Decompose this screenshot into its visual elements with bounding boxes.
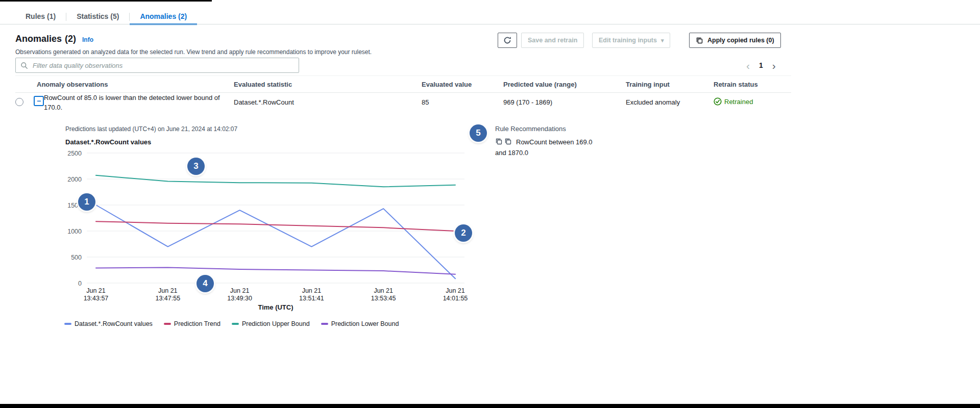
table-header-row: Anomaly observations Evaluated statistic… [15, 75, 791, 93]
annotation-badge-4: 4 [197, 275, 214, 292]
svg-text:13:43:57: 13:43:57 [84, 295, 109, 302]
save-and-retrain-label: Save and retrain [528, 37, 577, 44]
anomalies-page: Rules (1) Statistics (5) Anomalies (2) A… [0, 0, 980, 408]
top-edge-strip [0, 0, 212, 2]
column-header-anomaly-observations[interactable]: Anomaly observations [37, 81, 108, 88]
apply-copied-rules-button[interactable]: Apply copied rules (0) [689, 33, 781, 48]
svg-text:13:47:55: 13:47:55 [155, 295, 180, 302]
svg-text:Time (UTC): Time (UTC) [258, 303, 293, 311]
collapse-icon: − [37, 97, 41, 105]
svg-text:2000: 2000 [67, 176, 82, 183]
svg-text:Jun 21: Jun 21 [446, 287, 465, 294]
svg-text:Jun 21: Jun 21 [302, 287, 322, 294]
tab-rules[interactable]: Rules (1) [15, 8, 66, 25]
svg-text:13:49:30: 13:49:30 [227, 295, 252, 302]
column-header-retrain-status[interactable]: Retrain status [714, 81, 758, 88]
rule-recommendations-title: Rule Recommendations [495, 125, 603, 133]
chart-legend: Dataset.*.RowCount valuesPrediction Tren… [64, 320, 399, 327]
page-title: Anomalies [15, 34, 62, 44]
collapse-row-button[interactable]: − [34, 96, 44, 106]
svg-text:13:51:41: 13:51:41 [299, 295, 324, 302]
edit-training-inputs-label: Edit training inputs [599, 37, 657, 44]
svg-text:500: 500 [71, 254, 82, 261]
svg-text:13:53:45: 13:53:45 [371, 295, 396, 302]
tab-anomalies[interactable]: Anomalies (2) [130, 8, 197, 25]
legend-label: Prediction Trend [174, 320, 220, 327]
retrain-status-badge: Retrained [714, 97, 753, 106]
anomaly-observation-text: RowCount of 85.0 is lower than the detec… [44, 93, 224, 112]
evaluated-statistic-value: Dataset.*.RowCount [234, 98, 294, 106]
predicted-range-value: 969 (170 - 1869) [503, 98, 552, 106]
column-header-training-input[interactable]: Training input [626, 81, 670, 88]
rule-recommendation-item: RowCount between 169.0 and 1870.0 [495, 137, 603, 158]
training-input-value: Excluded anomaly [626, 98, 680, 106]
svg-text:Jun 21: Jun 21 [230, 287, 250, 294]
trend-chart: 05001000150020002500Jun 2113:43:57Jun 21… [56, 147, 470, 311]
legend-label: Dataset.*.RowCount values [75, 320, 153, 327]
column-header-evaluated-value[interactable]: Evaluated value [422, 81, 472, 88]
pagination: ‹ 1 › [746, 58, 776, 73]
tabs-divider [0, 24, 980, 24]
predictions-updated-note: Predictions last updated (UTC+4) on June… [65, 125, 237, 133]
page-number[interactable]: 1 [759, 61, 763, 69]
svg-text:14:01:55: 14:01:55 [443, 295, 468, 302]
previous-page-icon[interactable]: ‹ [746, 60, 750, 71]
annotation-badge-1: 1 [78, 193, 95, 211]
column-header-predicted-value[interactable]: Predicted value (range) [503, 81, 577, 88]
copy-icon[interactable] [495, 138, 503, 145]
filter-box [15, 58, 299, 73]
evaluated-value: 85 [422, 98, 429, 106]
legend-swatch [64, 323, 71, 325]
copy-icon [696, 37, 703, 44]
svg-text:Jun 21: Jun 21 [86, 287, 106, 294]
legend-swatch [164, 323, 171, 325]
refresh-icon [503, 36, 511, 44]
svg-text:Jun 21: Jun 21 [374, 287, 393, 294]
legend-item[interactable]: Dataset.*.RowCount values [64, 320, 153, 327]
chart-title: Dataset.*.RowCount values [65, 138, 151, 146]
edit-training-inputs-button[interactable]: Edit training inputs ▾ [592, 33, 670, 48]
legend-label: Prediction Lower Bound [331, 320, 399, 327]
legend-label: Prediction Upper Bound [242, 320, 310, 327]
tab-bar: Rules (1) Statistics (5) Anomalies (2) [15, 8, 197, 25]
legend-item[interactable]: Prediction Lower Bound [321, 320, 399, 327]
refresh-button[interactable] [498, 33, 517, 48]
annotation-badge-2: 2 [455, 224, 472, 242]
page-title-count: (2) [65, 34, 76, 44]
save-and-retrain-button[interactable]: Save and retrain [521, 33, 584, 48]
rule-copy-icons [495, 138, 513, 148]
apply-copied-rules-label: Apply copied rules (0) [707, 37, 774, 44]
annotation-badge-5: 5 [470, 124, 487, 142]
info-link[interactable]: Info [82, 36, 93, 43]
svg-text:2500: 2500 [67, 150, 82, 157]
svg-text:Jun 21: Jun 21 [158, 287, 178, 294]
row-select-radio[interactable] [15, 98, 23, 106]
annotation-badge-3: 3 [187, 158, 205, 175]
panel-header: Anomalies (2) Info [15, 34, 93, 44]
copy-icon[interactable] [504, 138, 512, 145]
legend-item[interactable]: Prediction Upper Bound [232, 320, 310, 327]
svg-text:0: 0 [78, 280, 82, 287]
search-icon [20, 62, 28, 69]
chevron-down-icon: ▾ [661, 37, 664, 44]
filter-input[interactable] [32, 61, 294, 70]
next-page-icon[interactable]: › [772, 60, 776, 71]
check-circle-icon [714, 97, 722, 106]
legend-swatch [321, 323, 328, 325]
svg-text:1000: 1000 [67, 228, 82, 235]
panel-description: Observations generated on analyzed data … [15, 48, 372, 56]
retrain-status-label: Retrained [724, 98, 753, 106]
column-header-evaluated-statistic[interactable]: Evaluated statistic [234, 81, 292, 88]
bottom-edge-bar [0, 404, 980, 408]
legend-swatch [232, 323, 239, 325]
rule-recommendations: Rule Recommendations RowCount between 16… [495, 125, 603, 158]
tab-statistics[interactable]: Statistics (5) [66, 8, 129, 25]
legend-item[interactable]: Prediction Trend [164, 320, 220, 327]
